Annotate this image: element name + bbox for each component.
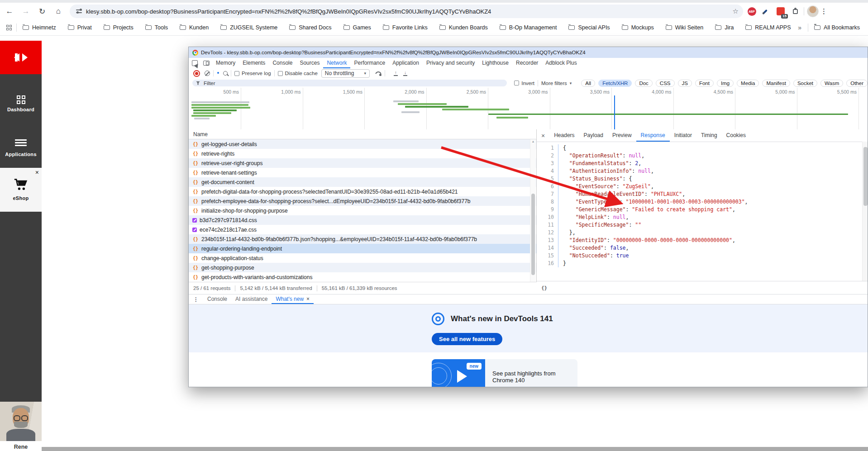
filter-chip-socket[interactable]: Socket [793, 80, 817, 87]
close-icon[interactable]: × [537, 129, 549, 142]
response-tab-initiator[interactable]: Initiator [670, 129, 696, 142]
address-bar[interactable]: klesy.sbb.b-op.com/bop-desktop?BusinessP… [70, 5, 743, 18]
devtools-tab-elements[interactable]: Elements [239, 58, 269, 68]
devtools-tab-memory[interactable]: Memory [212, 58, 239, 68]
device-toolbar-icon[interactable] [200, 58, 212, 68]
response-tab-cookies[interactable]: Cookies [722, 129, 750, 142]
devtools-tab-console[interactable]: Console [269, 58, 296, 68]
disable-cache-checkbox[interactable] [278, 71, 283, 76]
filter-chip-fetch-xhr[interactable]: Fetch/XHR [598, 80, 632, 87]
search-icon[interactable] [223, 71, 228, 76]
filter-chip-wasm[interactable]: Wasm [820, 80, 843, 87]
network-conditions-icon[interactable] [375, 71, 382, 76]
bookmark-item-zugseil-systeme[interactable]: ZUGSEIL Systeme [220, 24, 277, 31]
request-row-b3d7c297c971814d-css[interactable]: b3d7c297c971814d.css [189, 215, 536, 225]
request-row-regular-ordering-landing-endpoint[interactable]: {}regular-ordering-landing-endpoint [189, 244, 536, 253]
scroll-up-icon[interactable]: ▲ [530, 140, 536, 143]
devtools-tab-adblock-plus[interactable]: Adblock Plus [542, 58, 580, 68]
devtools-titlebar[interactable]: DevTools - klesy.sbb.b-op.com/bop-deskto… [189, 47, 868, 58]
bookmark-item-heimnetz[interactable]: Heimnetz [23, 24, 56, 31]
response-tab-preview[interactable]: Preview [608, 129, 636, 142]
bookmarks-overflow-chevron[interactable]: » [798, 24, 801, 31]
filter-chip-media[interactable]: Media [737, 80, 759, 87]
bookmark-item-b-op-management[interactable]: B-Op Management [500, 24, 557, 31]
adblock-extension-icon[interactable]: ABP [746, 5, 758, 17]
devtools-tab-network[interactable]: Network [323, 58, 350, 68]
bookmark-item-realm-apps[interactable]: REALM APPS [745, 24, 791, 31]
requests-table-header[interactable]: Name [189, 129, 536, 139]
apps-grid-icon[interactable] [6, 25, 12, 30]
filter-input-wrap[interactable] [192, 80, 507, 86]
site-settings-icon[interactable] [76, 8, 82, 14]
devtools-tab-privacy-and-security[interactable]: Privacy and security [423, 58, 478, 68]
devtools-tab-sources[interactable]: Sources [296, 58, 323, 68]
drawer-tab-ai-assistance[interactable]: AI assistance [231, 294, 272, 304]
drawer-tab-console[interactable]: Console [203, 294, 231, 304]
request-row-get-document-content[interactable]: {}get-document-content [189, 177, 536, 187]
tab-manager-extension-icon[interactable]: 15 [775, 5, 787, 17]
clear-network-log-button[interactable] [205, 71, 210, 76]
scrollbar-thumb[interactable] [531, 194, 535, 275]
request-row-prefetch-digital-data-for-shopping-proce[interactable]: {}prefetch-digital-data-for-shopping-pro… [189, 187, 536, 196]
bookmark-item-projects[interactable]: Projects [104, 24, 134, 31]
drawer-tab-what-s-new[interactable]: What's new× [272, 294, 314, 304]
eyedropper-extension-icon[interactable] [760, 5, 772, 17]
response-tab-headers[interactable]: Headers [549, 129, 579, 142]
response-tab-timing[interactable]: Timing [696, 129, 722, 142]
reload-button[interactable]: ↻ [35, 5, 49, 18]
request-row-get-products-with-variants-and-customiza[interactable]: {}get-products-with-variants-and-customi… [189, 272, 536, 282]
invert-checkbox[interactable] [514, 81, 519, 85]
extensions-puzzle-icon[interactable] [789, 5, 801, 17]
bookmark-item-kunden[interactable]: Kunden [180, 24, 209, 31]
filter-chip-manifest[interactable]: Manifest [762, 80, 790, 87]
throttling-select[interactable]: No throttling ▾ [321, 69, 370, 78]
home-button[interactable]: ⌂ [52, 5, 65, 18]
bookmark-item-games[interactable]: Games [343, 24, 371, 31]
bookmark-item-tools[interactable]: Tools [145, 24, 168, 31]
bookmark-item-shared-docs[interactable]: Shared Docs [289, 24, 331, 31]
devtools-tab-application[interactable]: Application [389, 58, 423, 68]
request-row-retrieve-rights[interactable]: {}retrieve-rights [189, 149, 536, 158]
highlights-card[interactable]: new See past highlights from Chrome 140 [432, 359, 577, 387]
see-all-new-features-button[interactable]: See all new features [432, 333, 502, 345]
bookmark-item-mockups[interactable]: Mockups [622, 24, 654, 31]
bookmark-item-kunden-boards[interactable]: Kunden Boards [439, 24, 488, 31]
all-bookmarks[interactable]: All Bookmarks [814, 24, 860, 31]
bookmark-item-jira[interactable]: Jira [715, 24, 734, 31]
sidebar-item-dashboard[interactable]: Dashboard [0, 94, 42, 112]
drawer-menu-icon[interactable]: ⋮ [189, 294, 203, 304]
request-row-get-logged-user-details[interactable]: {}get-logged-user-details [189, 139, 536, 149]
request-row-prefetch-employee-data-for-shopping-proc[interactable]: {}prefetch-employee-data-for-shopping-pr… [189, 196, 536, 206]
bookmark-star-icon[interactable]: ☆ [733, 7, 739, 15]
request-row-ece74c2e218c17ae-css[interactable]: ece74c2e218c17ae.css [189, 225, 536, 234]
import-har-icon[interactable]: ↑ [394, 71, 398, 76]
network-overview-timeline[interactable]: 500 ms1,000 ms1,500 ms2,000 ms2,500 ms3,… [189, 88, 868, 130]
filter-chip-doc[interactable]: Doc [635, 80, 652, 87]
filter-chip-css[interactable]: CSS [656, 80, 675, 87]
video-thumbnail[interactable]: new [432, 359, 485, 387]
scrollbar-thumb[interactable] [863, 147, 868, 206]
response-tab-response[interactable]: Response [636, 129, 670, 142]
request-row-get-shopping-purpose[interactable]: {}get-shopping-purpose [189, 263, 536, 272]
devtools-tab-lighthouse[interactable]: Lighthouse [478, 58, 512, 68]
devtools-tab-performance[interactable]: Performance [350, 58, 389, 68]
request-row-change-application-status[interactable]: {}change-application-status [189, 253, 536, 263]
filter-chip-js[interactable]: JS [678, 80, 692, 87]
filter-chip-other[interactable]: Other [846, 80, 868, 87]
bookmark-item-wiki-seiten[interactable]: Wiki Seiten [666, 24, 704, 31]
response-scrollbar[interactable] [862, 142, 868, 281]
browser-menu-icon[interactable]: ⋮ [820, 7, 827, 15]
more-filters-label[interactable]: More filters [541, 81, 567, 86]
filter-chip-img[interactable]: Img [717, 80, 734, 87]
response-json-viewer[interactable]: 1{2 "OperationResult": null,3 "Fundament… [537, 142, 863, 281]
profile-avatar[interactable] [807, 5, 819, 17]
record-network-log-button[interactable] [193, 70, 200, 77]
sidebar-item-applications[interactable]: Applications [0, 138, 42, 157]
requests-scrollbar[interactable]: ▲ ▼ [530, 139, 536, 294]
request-row-retrieve-tenant-settings[interactable]: {}retrieve-tenant-settings [189, 168, 536, 177]
filter-input[interactable] [203, 80, 503, 86]
preserve-log-checkbox[interactable] [234, 71, 239, 76]
close-icon[interactable]: × [306, 296, 310, 302]
back-button[interactable]: ← [3, 5, 16, 18]
bookmark-item-favorite-links[interactable]: Favorite Links [383, 24, 428, 31]
